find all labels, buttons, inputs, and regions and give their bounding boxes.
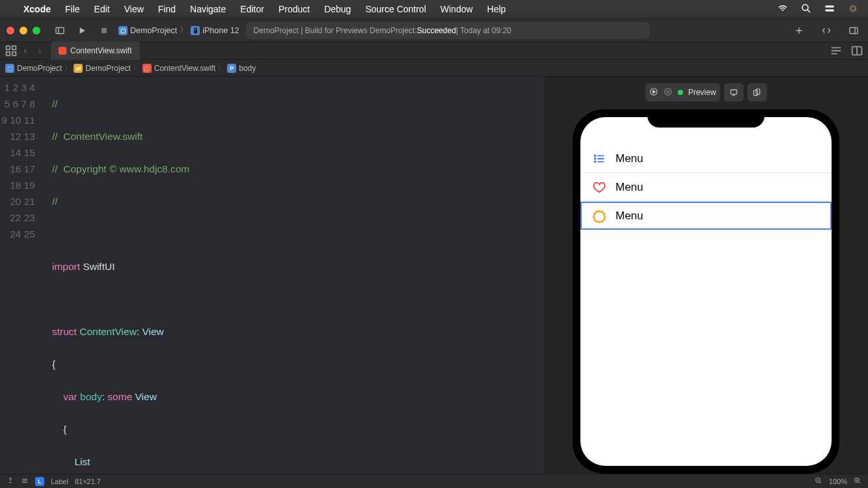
preview-canvas: Preview Menu Menu xyxy=(544,77,868,474)
svg-point-22 xyxy=(595,161,596,162)
list-row-selected[interactable]: Menu xyxy=(580,202,832,230)
jumpbar-file[interactable]: ▢ContentView.swift xyxy=(142,64,216,73)
seal-icon xyxy=(592,209,606,223)
svg-point-21 xyxy=(595,158,596,159)
menu-source-control[interactable]: Source Control xyxy=(365,4,426,14)
svg-point-3 xyxy=(848,4,858,13)
svg-rect-12 xyxy=(59,47,66,55)
menu-editor[interactable]: Editor xyxy=(240,4,264,14)
svg-rect-5 xyxy=(56,27,64,33)
device-frame: Menu Menu Menu xyxy=(573,109,839,474)
list-row-label: Menu xyxy=(616,210,644,223)
line-gutter: 1 2 3 4 5 6 7 8 9 10 11 12 13 14 15 16 1… xyxy=(0,77,44,474)
svg-point-20 xyxy=(595,155,596,156)
menu-file[interactable]: File xyxy=(65,4,80,14)
editor-options-button[interactable] xyxy=(829,44,843,58)
selected-element-label: Label xyxy=(51,478,68,485)
source-editor[interactable]: 1 2 3 4 5 6 7 8 9 10 11 12 13 14 15 16 1… xyxy=(0,77,544,474)
device-screen[interactable]: Menu Menu Menu xyxy=(580,117,832,466)
canvas-statusbar: L Label 81×21.7 100% xyxy=(0,474,868,488)
macos-menubar: Xcode File Edit View Find Navigate Edito… xyxy=(0,0,868,18)
jumpbar-folder[interactable]: 📁DemoProject xyxy=(74,64,130,73)
window-controls xyxy=(7,27,40,34)
go-forward-button[interactable]: › xyxy=(33,44,47,58)
jumpbar-symbol[interactable]: Pbody xyxy=(227,64,256,73)
zoom-window-button[interactable] xyxy=(33,27,40,34)
zoom-in-button[interactable] xyxy=(854,477,861,486)
selectable-preview-button[interactable] xyxy=(664,87,673,98)
wifi-icon[interactable] xyxy=(777,3,789,16)
jump-bar[interactable]: ▢DemoProject 〉 📁DemoProject 〉 ▢ContentVi… xyxy=(0,60,868,77)
svg-rect-10 xyxy=(7,52,10,56)
label-element-icon: L xyxy=(35,477,44,486)
list-bullet-icon xyxy=(592,152,606,166)
preview-controls-segment: Preview xyxy=(645,83,720,102)
code-area[interactable]: // // ContentView.swift // Copyright © w… xyxy=(44,77,544,474)
menu-debug[interactable]: Debug xyxy=(324,4,351,14)
status-result: Succeeded xyxy=(417,26,456,35)
svg-rect-1 xyxy=(825,5,834,7)
adjust-editor-button[interactable] xyxy=(850,44,864,58)
preview-list: Menu Menu Menu xyxy=(580,117,832,230)
device-notch xyxy=(647,109,765,128)
svg-rect-11 xyxy=(12,52,16,56)
scheme-selector[interactable]: ▢ DemoProject 〉 📱 iPhone 12 xyxy=(118,25,239,36)
scheme-project-label: DemoProject xyxy=(130,26,177,35)
stop-button[interactable] xyxy=(96,23,112,38)
zoom-level[interactable]: 100% xyxy=(829,478,847,485)
svg-rect-17 xyxy=(731,90,737,94)
svg-point-16 xyxy=(667,90,670,93)
siri-icon[interactable] xyxy=(847,3,859,16)
preview-device-button[interactable] xyxy=(724,83,743,102)
menu-window[interactable]: Window xyxy=(441,4,473,14)
control-center-icon[interactable] xyxy=(824,3,835,16)
list-row[interactable]: Menu xyxy=(580,144,832,173)
svg-rect-7 xyxy=(850,27,858,33)
list-row-label: Menu xyxy=(616,152,644,165)
toggle-navigator-button[interactable] xyxy=(52,23,68,38)
heart-icon xyxy=(592,180,606,195)
minimize-window-button[interactable] xyxy=(20,27,27,34)
svg-rect-6 xyxy=(102,28,107,33)
close-window-button[interactable] xyxy=(7,27,14,34)
live-indicator-icon xyxy=(678,90,683,95)
list-row[interactable]: Menu xyxy=(580,173,832,202)
svg-point-0 xyxy=(802,5,808,10)
svg-rect-9 xyxy=(12,46,16,50)
editor-tabbar: ‹ › ContentView.swift xyxy=(0,42,868,60)
menu-view[interactable]: View xyxy=(124,4,144,14)
preview-variants-button[interactable] xyxy=(747,83,766,102)
live-preview-button[interactable] xyxy=(649,87,658,98)
status-prefix: DemoProject | Build for Previews DemoPro… xyxy=(254,26,417,35)
tab-filename: ContentView.swift xyxy=(70,46,132,55)
jumpbar-project[interactable]: ▢DemoProject xyxy=(5,64,62,73)
zoom-out-button[interactable] xyxy=(815,477,822,486)
svg-rect-8 xyxy=(7,46,10,50)
spotlight-icon[interactable] xyxy=(800,3,812,16)
menu-find[interactable]: Find xyxy=(158,4,176,14)
preview-toolbar: Preview xyxy=(645,83,767,102)
go-back-button[interactable]: ‹ xyxy=(18,44,33,58)
menu-navigate[interactable]: Navigate xyxy=(190,4,226,14)
svg-rect-2 xyxy=(825,9,834,11)
preview-list-button[interactable] xyxy=(21,477,29,486)
activity-status: DemoProject | Build for Previews DemoPro… xyxy=(246,22,649,39)
code-review-button[interactable] xyxy=(819,23,834,38)
pin-preview-button[interactable] xyxy=(7,477,14,486)
run-button[interactable] xyxy=(74,23,90,38)
svg-point-15 xyxy=(664,88,671,95)
tab-contentview[interactable]: ContentView.swift xyxy=(51,42,140,60)
add-button[interactable] xyxy=(791,23,807,38)
list-row-label: Menu xyxy=(616,181,644,194)
related-items-button[interactable] xyxy=(4,44,18,58)
status-time: | Today at 09:20 xyxy=(456,26,511,35)
menu-product[interactable]: Product xyxy=(278,4,310,14)
swift-file-icon xyxy=(59,47,66,55)
toggle-inspector-button[interactable] xyxy=(846,23,861,38)
preview-label: Preview xyxy=(688,88,716,97)
app-menu[interactable]: Xcode xyxy=(23,4,51,14)
menu-edit[interactable]: Edit xyxy=(94,4,110,14)
scheme-device-label: iPhone 12 xyxy=(202,26,239,35)
xcode-toolbar: ▢ DemoProject 〉 📱 iPhone 12 DemoProject … xyxy=(0,18,868,42)
menu-help[interactable]: Help xyxy=(487,4,506,14)
